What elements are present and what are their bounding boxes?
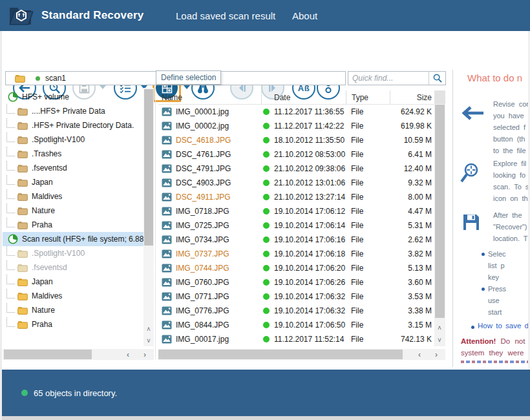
- file-row[interactable]: IMG_0776.JPG 19.10.2014 17:06:32 File 3.…: [158, 304, 434, 318]
- file-status: [261, 123, 271, 129]
- file-type: File: [346, 221, 390, 230]
- menu-about[interactable]: About: [292, 10, 317, 21]
- folder-tree: HFS+ volume ....HFS+ Private Data: [3, 87, 143, 346]
- file-type: File: [346, 306, 390, 315]
- file-row[interactable]: DSC_4791.JPG 21.10.2012 09:38:06 File 12…: [158, 162, 434, 176]
- file-row[interactable]: IMG_0734.JPG 19.10.2014 17:06:16 File 2.…: [158, 233, 434, 247]
- volume-icon: [8, 234, 18, 244]
- scroll-left-icon[interactable]: ‹: [120, 349, 136, 360]
- file-name: DSC_4903.JPG: [176, 178, 261, 187]
- table-vertical-scrollbar[interactable]: ˄ ˅: [434, 90, 445, 346]
- column-header-size[interactable]: Size: [390, 90, 434, 104]
- scroll-right-icon[interactable]: ›: [429, 349, 444, 360]
- file-row[interactable]: IMG_0737.JPG 19.10.2014 17:06:18 File 3.…: [158, 247, 434, 261]
- folder-icon: [17, 278, 28, 286]
- tree-connector: [6, 204, 15, 213]
- help-bullet-line: start: [488, 306, 530, 318]
- tree-item[interactable]: Nature: [3, 204, 143, 218]
- menu-load-saved-scan[interactable]: Load saved scan result: [176, 10, 275, 21]
- image-file-icon: [158, 235, 176, 245]
- help-link[interactable]: How to save d: [478, 322, 529, 330]
- tree-item[interactable]: Scan result (HFS+ file system; 6.88 GB: [3, 232, 143, 246]
- file-row[interactable]: DSC_4903.JPG 21.10.2012 13:01:06 File 9.…: [158, 176, 434, 190]
- scroll-up-icon[interactable]: ˄: [143, 323, 154, 335]
- tree-item[interactable]: Praha: [3, 218, 143, 232]
- file-row[interactable]: IMG_0760.JPG 19.10.2014 17:06:26 File 3.…: [158, 275, 434, 289]
- column-header-name[interactable]: Name: [158, 93, 261, 102]
- file-row[interactable]: IMG_0744.JPG 19.10.2014 17:06:20 File 5.…: [158, 261, 434, 275]
- tree-vertical-scrollbar[interactable]: ˄ ˅: [143, 88, 154, 346]
- tree-item[interactable]: HFS+ volume: [3, 90, 143, 104]
- column-header-type[interactable]: Type: [346, 90, 390, 104]
- quick-find-input[interactable]: [348, 72, 429, 85]
- tree-item[interactable]: Japan: [3, 275, 143, 289]
- file-name: IMG_0771.JPG: [176, 292, 261, 301]
- tree-item-label: Maldives: [32, 291, 62, 300]
- file-row[interactable]: IMG_0844.JPG 19.10.2014 17:06:50 File 3.…: [158, 318, 434, 332]
- folder-icon: [17, 249, 28, 258]
- tree-item[interactable]: .Trashes: [3, 147, 143, 161]
- file-row[interactable]: IMG_0771.JPG 19.10.2014 17:06:32 File 3.…: [158, 289, 434, 304]
- tree-connector: [6, 147, 15, 156]
- tree-item[interactable]: Praha: [3, 317, 143, 331]
- file-name: IMG_0744.JPG: [176, 264, 261, 273]
- tree-item[interactable]: Maldives: [3, 189, 143, 204]
- tree-item[interactable]: .fseventsd: [3, 161, 143, 175]
- tree-item[interactable]: Nature: [3, 303, 143, 317]
- file-size: 619.98 K: [390, 121, 434, 131]
- file-type: File: [346, 107, 390, 116]
- scrollbar-thumb[interactable]: [158, 350, 403, 359]
- folder-icon: [17, 107, 28, 116]
- file-row[interactable]: IMG_0725.JPG 19.10.2014 17:06:14 File 5.…: [158, 218, 434, 233]
- tree-item[interactable]: .HFS+ Private Directory Data.: [3, 118, 143, 132]
- file-row[interactable]: DSC_4911.JPG 21.10.2012 13:27:14 File 8.…: [158, 190, 434, 204]
- file-row[interactable]: DSC_4618.JPG 18.10.2012 11:35:50 File 10…: [158, 133, 434, 147]
- file-name: IMG_0776.JPG: [176, 306, 261, 315]
- tree-item[interactable]: .Spotlight-V100: [3, 132, 143, 147]
- scroll-right-icon[interactable]: ›: [137, 349, 153, 360]
- scrollbar-thumb[interactable]: [435, 105, 445, 318]
- tree-item[interactable]: .Spotlight-V100: [3, 246, 143, 260]
- column-header-date[interactable]: Date: [271, 93, 346, 102]
- good-state-dot: [263, 308, 270, 314]
- file-row[interactable]: IMG_00002.jpg 11.12.2017 11:42:22 File 6…: [158, 119, 434, 133]
- file-date: 19.10.2014 17:06:32: [271, 306, 346, 315]
- scrollbar-thumb[interactable]: [4, 350, 92, 359]
- image-file-icon: [158, 192, 176, 202]
- tree-item-label: HFS+ volume: [22, 92, 69, 101]
- file-date: 11.12.2017 11:36:55: [271, 107, 346, 116]
- table-horizontal-scrollbar[interactable]: ‹ ›: [158, 349, 445, 360]
- define-selection-dropdown-caret[interactable]: [184, 85, 190, 89]
- good-state-dot: [263, 265, 270, 271]
- file-date: 19.10.2014 17:06:12: [271, 207, 346, 216]
- tree-item[interactable]: .fseventsd: [3, 260, 143, 275]
- image-file-icon: [158, 263, 176, 273]
- scroll-left-icon[interactable]: ‹: [412, 349, 427, 360]
- quick-find-button[interactable]: [429, 72, 445, 85]
- folder-icon: [17, 221, 28, 229]
- help-text-line: Explore fil: [493, 158, 530, 169]
- file-row[interactable]: IMG_00017.jpg 11.12.2017 11:52:14 File 7…: [158, 332, 434, 346]
- tree-horizontal-scrollbar[interactable]: ‹ ›: [3, 349, 154, 360]
- scroll-up-icon[interactable]: ˄: [434, 322, 445, 333]
- tree-connector: [6, 260, 15, 270]
- file-row[interactable]: IMG_0718.JPG 19.10.2014 17:06:12 File 4.…: [158, 204, 434, 218]
- scroll-down-icon[interactable]: ˅: [143, 335, 154, 346]
- good-state-dot: [263, 279, 270, 286]
- image-file-icon: [158, 291, 176, 302]
- magnifier-icon: [458, 162, 480, 185]
- app-title: Standard Recovery: [41, 9, 143, 22]
- column-header-status[interactable]: [261, 90, 271, 104]
- tree-item-label: Praha: [32, 320, 52, 329]
- file-row[interactable]: DSC_4761.JPG 21.10.2012 08:53:00 File 6.…: [158, 147, 434, 162]
- scrollbar-thumb[interactable]: [144, 89, 153, 246]
- good-state-dot: [263, 194, 270, 200]
- tree-item[interactable]: Maldives: [3, 289, 143, 303]
- tree-item[interactable]: ....HFS+ Private Data: [3, 104, 143, 118]
- file-row[interactable]: IMG_00001.jpg 11.12.2017 11:36:55 File 6…: [158, 105, 434, 119]
- tree-item-label: Japan: [32, 178, 53, 187]
- scroll-down-icon[interactable]: ˅: [434, 334, 445, 346]
- tree-item[interactable]: Japan: [3, 175, 143, 189]
- help-panel: What to do n Revise cor you have selecte…: [452, 70, 530, 367]
- file-date: 19.10.2014 17:06:16: [271, 235, 346, 244]
